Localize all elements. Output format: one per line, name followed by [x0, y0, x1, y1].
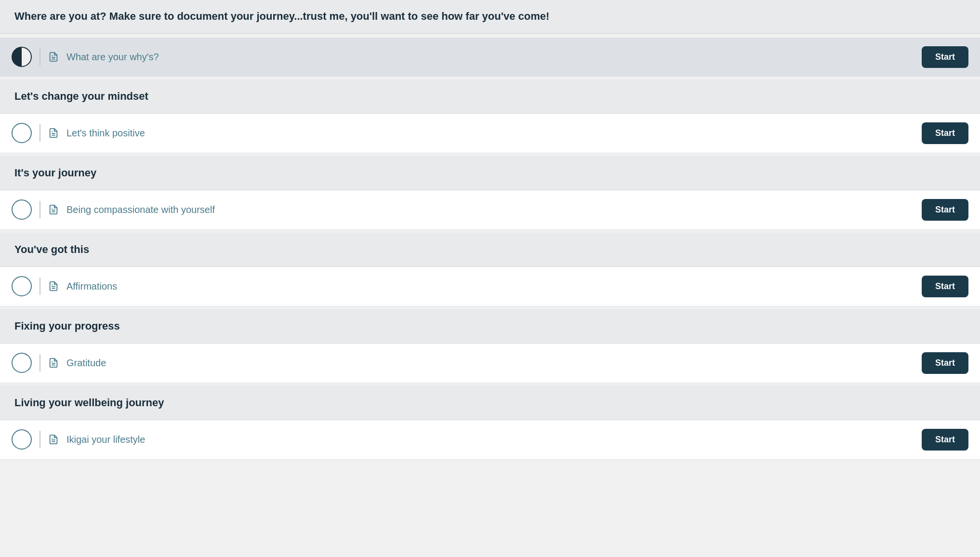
start-button-wellbeing[interactable]: Start — [922, 429, 968, 451]
doc-icon-mindset — [48, 128, 59, 138]
circle-icon-progress — [12, 353, 32, 373]
doc-icon — [48, 52, 59, 62]
divider-mindset — [40, 124, 40, 142]
start-button-journey[interactable]: Start — [922, 199, 968, 221]
section-title-mindset: Let's change your mindset — [14, 90, 966, 103]
banner-title: Where are you at? Make sure to document … — [14, 10, 966, 24]
circle-icon-wellbeing — [12, 429, 32, 450]
divider — [40, 48, 40, 66]
section-title-wellbeing: Living your wellbeing journey — [14, 397, 966, 409]
divider-gotthis — [40, 278, 40, 295]
item-row-mindset: Let's think positiveStart — [0, 114, 980, 153]
circle-icon-mindset — [12, 123, 32, 143]
item-row-wellbeing: Ikigai your lifestyleStart — [0, 420, 980, 460]
section-title-gotthis: You've got this — [14, 243, 966, 256]
section-header-gotthis: You've got this — [0, 230, 980, 267]
half-circle-icon — [12, 47, 32, 67]
item-label-gotthis: Affirmations — [66, 281, 914, 292]
divider-progress — [40, 354, 40, 371]
top-item-text: What are your why's? — [66, 52, 914, 63]
section-header-journey: It's your journey — [0, 153, 980, 190]
doc-icon-journey — [48, 204, 59, 215]
sections-container: Let's change your mindset Let's think po… — [0, 77, 980, 460]
start-button-gotthis[interactable]: Start — [922, 276, 968, 297]
start-button-progress[interactable]: Start — [922, 352, 968, 374]
divider-wellbeing — [40, 431, 40, 448]
item-row-gotthis: AffirmationsStart — [0, 267, 980, 306]
circle-icon-journey — [12, 199, 32, 220]
start-button-mindset[interactable]: Start — [922, 122, 968, 144]
doc-icon-gotthis — [48, 281, 59, 292]
divider-journey — [40, 201, 40, 218]
section-header-mindset: Let's change your mindset — [0, 77, 980, 114]
section-header-wellbeing: Living your wellbeing journey — [0, 383, 980, 420]
top-start-button[interactable]: Start — [922, 46, 968, 68]
item-label-mindset: Let's think positive — [66, 128, 914, 139]
item-row-journey: Being compassionate with yourselfStart — [0, 190, 980, 230]
top-banner: Where are you at? Make sure to document … — [0, 0, 980, 34]
page-container: Where are you at? Make sure to document … — [0, 0, 980, 460]
item-label-wellbeing: Ikigai your lifestyle — [66, 434, 914, 445]
circle-icon-gotthis — [12, 276, 32, 296]
section-header-progress: Fixing your progress — [0, 306, 980, 344]
top-item-row: What are your why's? Start — [0, 38, 980, 77]
section-title-progress: Fixing your progress — [14, 320, 966, 332]
item-label-journey: Being compassionate with yourself — [66, 204, 914, 215]
doc-icon-progress — [48, 358, 59, 368]
item-label-progress: Gratitude — [66, 358, 914, 369]
doc-icon-wellbeing — [48, 434, 59, 445]
section-title-journey: It's your journey — [14, 167, 966, 179]
item-row-progress: GratitudeStart — [0, 344, 980, 383]
